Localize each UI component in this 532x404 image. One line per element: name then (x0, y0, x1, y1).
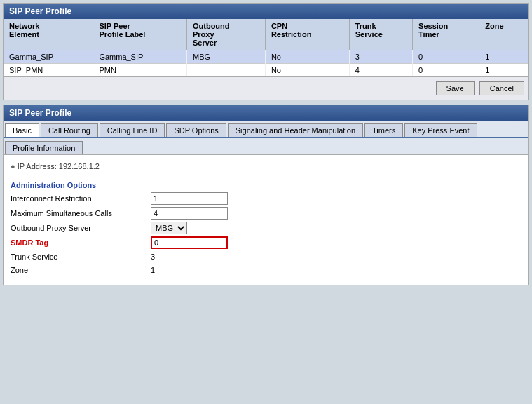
cancel-button[interactable]: Cancel (479, 81, 524, 95)
cell-outbound_proxy: MBG (186, 50, 265, 64)
col-trunk-service: TrunkService (349, 19, 412, 50)
field-row-maximum-simultaneous-calls: Maximum Simultaneous Calls (11, 207, 521, 220)
cell-outbound_proxy (186, 64, 265, 77)
tabs-row-1: BasicCall RoutingCalling Line IDSDP Opti… (4, 121, 528, 138)
col-session-timer: SessionTimer (413, 19, 479, 50)
field-value-interconnect-restriction[interactable] (151, 192, 228, 205)
col-outbound-proxy: OutboundProxyServer (186, 19, 265, 50)
field-value-zone: 1 (151, 266, 155, 274)
col-profile-label: SIP PeerProfile Label (93, 19, 187, 50)
ip-address-row: ● IP Address: 192.168.1.2 (11, 159, 521, 175)
table-row[interactable]: SIP_PMNPMNNo401 (4, 64, 528, 77)
cell-network_element: Gamma_SIP (4, 50, 93, 64)
field-label-outbound-proxy-server: Outbound Proxy Server (11, 222, 151, 234)
tab-call-routing[interactable]: Call Routing (41, 123, 98, 137)
tab-key-press-event[interactable]: Key Press Event (404, 123, 477, 137)
tab-profile-information[interactable]: Profile Information (5, 141, 83, 154)
cell-trunk_service: 3 (349, 50, 412, 64)
col-zone: Zone (479, 19, 528, 50)
bottom-panel-title: SIP Peer Profile (9, 108, 71, 118)
bottom-panel-header: SIP Peer Profile (4, 105, 528, 121)
col-cpn-restriction: CPNRestriction (265, 19, 349, 50)
admin-options-title: Administration Options (11, 181, 521, 189)
top-table-title: SIP Peer Profile (9, 6, 71, 16)
field-label-smdr-tag: SMDR Tag (11, 237, 151, 248)
fields-container: Interconnect RestrictionMaximum Simultan… (11, 192, 521, 276)
field-label-maximum-simultaneous-calls: Maximum Simultaneous Calls (11, 208, 151, 219)
tab-calling-line-id[interactable]: Calling Line ID (100, 123, 165, 137)
field-row-zone: Zone1 (11, 264, 521, 276)
cell-zone: 1 (479, 50, 528, 64)
field-label-interconnect-restriction: Interconnect Restriction (11, 193, 151, 204)
cell-profile_label: PMN (93, 64, 187, 77)
field-label-trunk-service: Trunk Service (11, 251, 151, 262)
sip-peer-profile-table: NetworkElement SIP PeerProfile Label Out… (4, 19, 528, 76)
field-row-smdr-tag: SMDR Tag (11, 236, 521, 249)
field-label-zone: Zone (11, 264, 151, 276)
top-table-header: SIP Peer Profile (4, 4, 528, 19)
cell-zone: 1 (479, 64, 528, 77)
input-smdr-tag[interactable] (151, 236, 228, 249)
cell-network_element: SIP_PMN (4, 64, 93, 77)
field-row-trunk-service: Trunk Service3 (11, 251, 521, 262)
cell-trunk_service: 4 (349, 64, 412, 77)
cell-session_timer: 0 (413, 50, 479, 64)
input-maximum-simultaneous-calls[interactable] (151, 207, 228, 220)
field-value-smdr-tag[interactable] (151, 236, 228, 249)
save-button[interactable]: Save (436, 81, 475, 95)
field-value-outbound-proxy-server[interactable]: MBG (151, 222, 187, 234)
field-row-outbound-proxy-server: Outbound Proxy ServerMBG (11, 222, 521, 234)
select-outbound-proxy-server[interactable]: MBG (151, 222, 187, 234)
tab-basic[interactable]: Basic (5, 123, 39, 137)
col-network-element: NetworkElement (4, 19, 93, 50)
field-value-maximum-simultaneous-calls[interactable] (151, 207, 228, 220)
cell-cpn_restriction: No (265, 50, 349, 64)
action-bar: Save Cancel (3, 77, 529, 100)
tab-timers[interactable]: Timers (364, 123, 403, 137)
ip-address-label: IP Address: 192.168.1.2 (18, 162, 100, 170)
panel-content: ● IP Address: 192.168.1.2 Administration… (4, 155, 528, 285)
tabs-row-2: Profile Information (4, 138, 528, 155)
cell-profile_label: Gamma_SIP (93, 50, 187, 64)
field-row-interconnect-restriction: Interconnect Restriction (11, 192, 521, 205)
cell-session_timer: 0 (413, 64, 479, 77)
tab-sdp-options[interactable]: SDP Options (166, 123, 226, 137)
cell-cpn_restriction: No (265, 64, 349, 77)
field-value-trunk-service: 3 (151, 252, 155, 261)
input-interconnect-restriction[interactable] (151, 192, 228, 205)
table-row[interactable]: Gamma_SIPGamma_SIPMBGNo301 (4, 50, 528, 64)
tab-signaling-and-header-manipulation[interactable]: Signaling and Header Manipulation (228, 123, 363, 137)
